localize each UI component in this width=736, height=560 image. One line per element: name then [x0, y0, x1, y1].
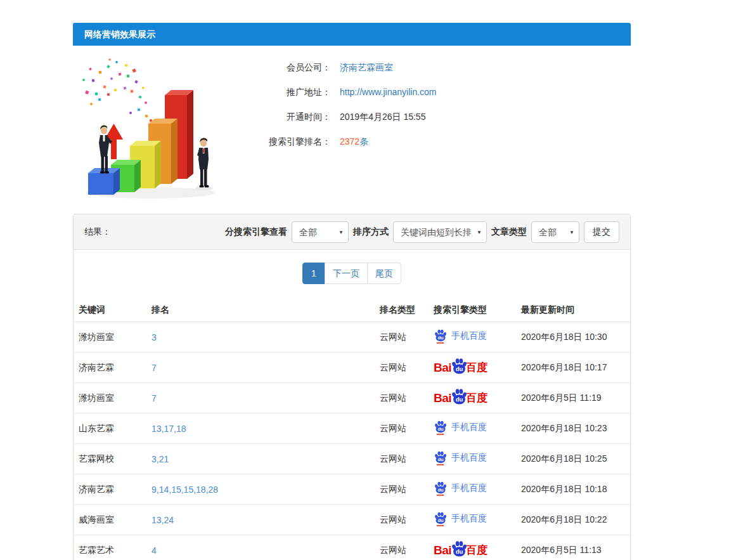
cell-keyword: 潍坊画室 [74, 322, 146, 353]
table-row: 潍坊画室 3 云网站 du 手机百度 2020年6月18日 10:30 [74, 322, 630, 353]
mobile-baidu-logo: du 手机百度 [434, 329, 487, 344]
cell-engine: du 手机百度 [429, 505, 516, 535]
mobile-baidu-label: 手机百度 [451, 483, 487, 494]
table-row: 济南艺霖 9,14,15,15,18,28 云网站 du 手机百度 2020年6… [74, 474, 630, 505]
cell-updated: 2020年6月18日 10:23 [516, 413, 630, 444]
company-link[interactable]: 济南艺霖画室 [340, 62, 393, 72]
baidu-logo: Bai du 百度 [434, 359, 487, 376]
page-title: 网络营销效果展示 [73, 23, 631, 46]
pagination: 1 下一页 尾页 [74, 263, 630, 284]
rank-link[interactable]: 7 [152, 393, 157, 403]
results-panel: 结果： 分搜索引擎查看 全部 ▼ 排序方式 关键词由短到长排序 ▼ 文章类型 [73, 214, 631, 560]
cell-keyword: 潍坊画室 [74, 383, 146, 413]
rank-link[interactable]: 13,17,18 [152, 424, 186, 434]
cell-updated: 2020年6月18日 10:18 [516, 474, 630, 505]
baidu-logo: Bai du 百度 [434, 389, 487, 407]
cell-rank-type: 云网站 [375, 505, 429, 535]
engine-filter-label: 分搜索引擎查看 [225, 226, 287, 238]
baidu-paw-icon: du [434, 420, 448, 435]
mobile-baidu-label: 手机百度 [451, 452, 487, 464]
submit-button[interactable]: 提交 [584, 221, 619, 243]
header-keyword: 关键词 [74, 301, 146, 322]
cell-updated: 2020年6月5日 11:13 [516, 535, 630, 560]
rank-link[interactable]: 9,14,15,15,18,28 [152, 485, 218, 495]
baidu-wordmark: Bai [434, 361, 451, 375]
header-engine-type: 搜索引擎类型 [429, 301, 516, 322]
cell-rank-type: 云网站 [375, 383, 429, 413]
table-row: 艺霖艺术 4 云网站 Bai du 百度 2020年6月5日 11:13 [74, 535, 630, 560]
rank-link[interactable]: 4 [152, 545, 157, 556]
cell-rank-type: 云网站 [375, 444, 429, 474]
cell-engine: du 手机百度 [429, 474, 516, 505]
cell-rank-type: 云网站 [375, 474, 429, 505]
table-row: 潍坊画室 7 云网站 Bai du 百度 2020年6月5日 11:19 [74, 383, 630, 413]
svg-text:du: du [456, 396, 463, 403]
cell-updated: 2020年6月18日 10:17 [516, 353, 630, 383]
svg-text:du: du [456, 365, 463, 372]
confetti-decoration [82, 58, 159, 127]
last-page-button[interactable]: 尾页 [367, 263, 401, 284]
baidu-cn-label: 百度 [466, 543, 487, 557]
mobile-baidu-logo: du 手机百度 [434, 450, 487, 466]
cell-rank-type: 云网站 [375, 322, 429, 353]
cell-rank-type: 云网站 [375, 353, 429, 383]
cell-engine: Bai du 百度 [429, 353, 516, 383]
baidu-paw-icon: du [451, 540, 468, 557]
cell-keyword: 威海画室 [74, 505, 146, 535]
company-label: 会员公司： [242, 61, 331, 74]
table-header-row: 关键词 排名 排名类型 搜索引擎类型 最新更新时间 [74, 301, 630, 322]
rank-link[interactable]: 7 [152, 363, 157, 373]
next-page-button[interactable]: 下一页 [325, 263, 368, 284]
rank-count: 2372 [340, 136, 359, 147]
cell-rank-type: 云网站 [375, 413, 429, 444]
mobile-baidu-logo: du 手机百度 [434, 511, 487, 526]
cell-keyword: 济南艺霖 [74, 353, 146, 383]
cell-engine: Bai du 百度 [429, 383, 516, 413]
baidu-paw-icon: du [451, 388, 468, 405]
baidu-cn-label: 百度 [466, 360, 487, 375]
info-panel: 网络营销效果展示 [73, 23, 631, 211]
sort-select[interactable]: 关键词由短到长排序 [393, 221, 487, 243]
sort-label: 排序方式 [353, 226, 389, 238]
header-rank: 排名 [146, 301, 375, 322]
main-container: 网络营销效果展示 [73, 23, 631, 560]
table-row: 济南艺霖 7 云网站 Bai du 百度 2020年6月18日 10:17 [74, 353, 630, 383]
svg-text:du: du [456, 548, 463, 555]
cell-updated: 2020年6月18日 10:30 [516, 322, 630, 353]
cell-engine: Bai du 百度 [429, 535, 516, 560]
results-table-body: 潍坊画室 3 云网站 du 手机百度 2020年6月18日 10:30 济南艺霖… [74, 322, 630, 560]
table-row: 威海画室 13,24 云网站 du 手机百度 2020年6月18日 10:22 [74, 505, 630, 535]
cell-updated: 2020年6月18日 10:22 [516, 505, 630, 535]
table-row: 山东艺霖 13,17,18 云网站 du 手机百度 2020年6月18日 10:… [74, 413, 630, 444]
rank-link[interactable]: 13,24 [152, 515, 174, 525]
cell-engine: du 手机百度 [429, 413, 516, 444]
svg-text:du: du [437, 518, 444, 523]
rank-unit: 条 [359, 136, 368, 147]
svg-text:du: du [437, 426, 444, 432]
svg-text:du: du [437, 335, 444, 341]
baidu-paw-icon: du [434, 511, 448, 526]
article-type-select[interactable]: 全部 [531, 221, 579, 243]
svg-text:du: du [437, 457, 444, 462]
engine-rank-label: 搜索引擎排名： [242, 135, 331, 148]
rank-link[interactable]: 3 [152, 332, 157, 342]
header-rank-type: 排名类型 [375, 301, 429, 322]
svg-text:du: du [437, 487, 444, 493]
baidu-wordmark: Bai [434, 544, 451, 557]
baidu-paw-icon: du [434, 450, 448, 466]
cell-updated: 2020年6月18日 10:25 [516, 444, 630, 474]
open-time-value: 2019年4月26日 15:55 [340, 110, 425, 123]
page-1-button[interactable]: 1 [302, 263, 325, 284]
mobile-baidu-label: 手机百度 [451, 513, 487, 524]
baidu-paw-icon: du [434, 481, 448, 496]
promo-url-link[interactable]: http://www.jinanyilin.com [340, 87, 437, 97]
results-table: 关键词 排名 排名类型 搜索引擎类型 最新更新时间 潍坊画室 3 云网站 [74, 301, 630, 560]
cell-keyword: 艺霖网校 [74, 444, 146, 474]
mobile-baidu-logo: du 手机百度 [434, 420, 487, 435]
mobile-baidu-logo: du 手机百度 [434, 481, 487, 496]
results-filter-bar: 结果： 分搜索引擎查看 全部 ▼ 排序方式 关键词由短到长排序 ▼ 文章类型 [74, 214, 630, 250]
engine-filter-select[interactable]: 全部 [292, 221, 349, 243]
cell-keyword: 山东艺霖 [74, 413, 146, 444]
cell-rank-type: 云网站 [375, 535, 429, 560]
rank-link[interactable]: 3,21 [152, 454, 169, 464]
